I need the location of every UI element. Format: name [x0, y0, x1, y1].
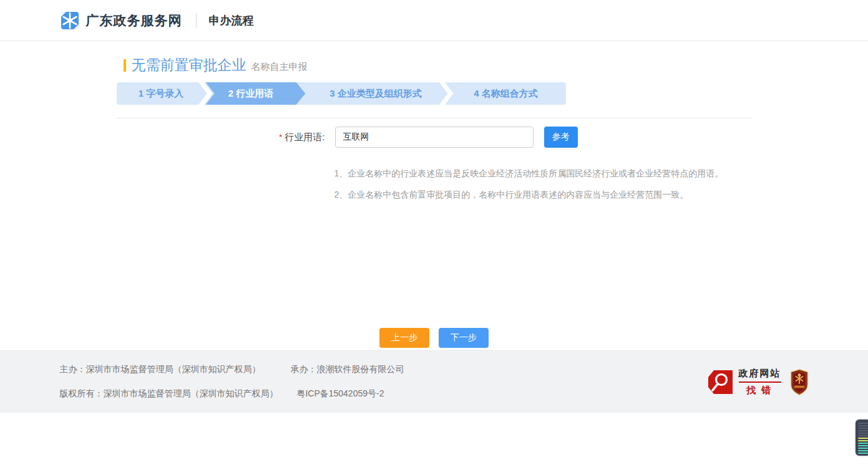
note-line-2: 2、企业名称中包含前置审批项目的，名称中行业用语表述的内容应当与企业经营范围一致…: [334, 190, 752, 201]
reference-button[interactable]: 参考: [544, 127, 578, 148]
industry-term-label: *行业用语:: [117, 132, 325, 143]
step-tab-4[interactable]: 4 名称组合方式: [446, 82, 566, 105]
page-footer: 主办：深圳市市场监督管理局（深圳市知识产权局） 承办：浪潮软件股份有限公司 版权…: [0, 350, 868, 413]
title-accent-bar: [124, 59, 126, 72]
footer-icp-number[interactable]: 粤ICP备15042059号-2: [296, 388, 384, 398]
page-subtitle: 名称自主申报: [251, 61, 308, 73]
page-title-row: 无需前置审批企业 名称自主申报: [117, 41, 752, 75]
section-divider: [117, 118, 752, 118]
top-header: 广东政务服务网 申办流程: [0, 0, 868, 41]
footer-undertaker: 承办：浪潮软件股份有限公司: [290, 364, 404, 374]
footer-text-block: 主办：深圳市市场监督管理局（深圳市知识产权局） 承办：浪潮软件股份有限公司 版权…: [60, 364, 404, 400]
previous-step-button[interactable]: 上一步: [379, 328, 429, 348]
footer-copyright: 版权所有：深圳市市场监督管理局（深圳市知识产权局）: [60, 388, 278, 398]
next-step-button[interactable]: 下一步: [439, 328, 489, 348]
step-tab-3[interactable]: 3 企业类型及组织形式: [306, 82, 446, 105]
form-notes: 1、企业名称中的行业表述应当是反映企业经济活动性质所属国民经济行业或者企业经营特…: [334, 168, 752, 201]
note-line-1: 1、企业名称中的行业表述应当是反映企业经济活动性质所属国民经济行业或者企业经营特…: [334, 168, 752, 180]
industry-term-form-row: *行业用语: 参考: [117, 127, 752, 148]
pinwheel-logo-icon[interactable]: [60, 11, 80, 31]
header-divider: [196, 14, 197, 27]
footer-organizer: 主办：深圳市市场监督管理局（深圳市知识产权局）: [60, 364, 261, 374]
wizard-buttons-row: 上一步 下一步: [117, 328, 752, 348]
find-error-text-bottom: 找错: [739, 385, 781, 396]
shield-badge-icon[interactable]: [790, 368, 809, 396]
find-error-text-top: 政府网站: [739, 368, 781, 383]
magnifier-icon: [708, 368, 734, 396]
chevron-right-icon: [439, 82, 453, 105]
step-tab-2-active[interactable]: 2 行业用语: [206, 82, 306, 105]
step-progress-bar: 1 字号录入 2 行业用语 3 企业类型及组织形式 4 名称组合方式: [117, 82, 566, 105]
footer-badges: 政府网站 找错: [708, 368, 809, 396]
main-content: 无需前置审批企业 名称自主申报 1 字号录入 2 行业用语 3 企业类型及组织形…: [0, 41, 868, 350]
site-name[interactable]: 广东政务服务网: [86, 12, 182, 29]
chevron-right-icon: [198, 82, 212, 105]
nav-title: 申办流程: [209, 13, 254, 28]
page-title: 无需前置审批企业: [132, 55, 246, 75]
required-mark: *: [279, 132, 282, 142]
minimap-scrollbar[interactable]: [856, 420, 868, 456]
step-tab-1[interactable]: 1 字号录入: [117, 82, 206, 105]
industry-term-input[interactable]: [335, 127, 534, 148]
find-error-badge[interactable]: 政府网站 找错: [708, 368, 781, 396]
